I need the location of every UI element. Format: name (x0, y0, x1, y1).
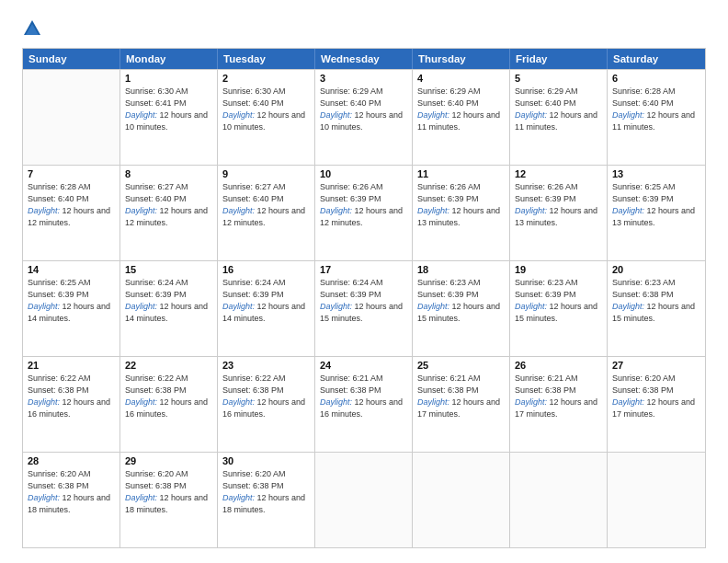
daylight-label: Daylight: (515, 206, 547, 215)
sunset-text: Sunset: 6:38 PM (28, 385, 89, 395)
calendar-cell: 3Sunrise: 6:29 AMSunset: 6:40 PMDaylight… (315, 70, 413, 165)
sunrise-text: Sunrise: 6:27 AM (222, 182, 286, 191)
day-number: 24 (320, 360, 407, 371)
sunrise-text: Sunrise: 6:20 AM (222, 469, 286, 478)
sunset-text: Sunset: 6:38 PM (515, 385, 576, 395)
day-number: 29 (125, 455, 212, 466)
daylight-label: Daylight: (222, 110, 255, 120)
day-info: Sunrise: 6:24 AMSunset: 6:39 PMDaylight:… (320, 277, 407, 325)
sunrise-text: Sunrise: 6:26 AM (417, 182, 481, 191)
day-info: Sunrise: 6:20 AMSunset: 6:38 PMDaylight:… (125, 468, 212, 516)
daylight-label: Daylight: (515, 110, 547, 120)
sunset-text: Sunset: 6:39 PM (222, 290, 284, 299)
daylight-label: Daylight: (320, 302, 352, 311)
sunset-text: Sunset: 6:40 PM (125, 194, 187, 203)
calendar-week: 21Sunrise: 6:22 AMSunset: 6:38 PMDayligh… (23, 356, 705, 452)
sunset-text: Sunset: 6:38 PM (612, 385, 674, 395)
calendar-cell: 25Sunrise: 6:21 AMSunset: 6:38 PMDayligh… (413, 357, 510, 452)
day-number: 20 (612, 264, 700, 275)
daylight-label: Daylight: (515, 302, 547, 311)
day-number: 21 (28, 360, 115, 371)
day-number: 23 (222, 360, 310, 371)
calendar-cell: 6Sunrise: 6:28 AMSunset: 6:40 PMDaylight… (608, 70, 705, 165)
sunrise-text: Sunrise: 6:23 AM (515, 278, 578, 287)
sunrise-text: Sunrise: 6:29 AM (320, 86, 383, 96)
calendar-cell: 18Sunrise: 6:23 AMSunset: 6:39 PMDayligh… (413, 261, 510, 356)
day-info: Sunrise: 6:30 AMSunset: 6:40 PMDaylight:… (222, 86, 310, 133)
calendar-cell-empty (510, 453, 608, 547)
daylight-label: Daylight: (320, 110, 352, 120)
calendar-cell: 5Sunrise: 6:29 AMSunset: 6:40 PMDaylight… (510, 70, 608, 165)
calendar-cell: 24Sunrise: 6:21 AMSunset: 6:38 PMDayligh… (315, 357, 413, 452)
daylight-label: Daylight: (28, 302, 60, 311)
sunset-text: Sunset: 6:38 PM (320, 385, 381, 395)
day-info: Sunrise: 6:30 AMSunset: 6:41 PMDaylight:… (125, 86, 212, 133)
day-number: 14 (28, 264, 115, 275)
day-info: Sunrise: 6:21 AMSunset: 6:38 PMDaylight:… (417, 373, 505, 420)
sunrise-text: Sunrise: 6:26 AM (515, 182, 578, 191)
day-number: 27 (612, 360, 700, 371)
sunset-text: Sunset: 6:38 PM (125, 385, 187, 395)
day-info: Sunrise: 6:22 AMSunset: 6:38 PMDaylight:… (222, 373, 310, 420)
sunrise-text: Sunrise: 6:24 AM (320, 278, 383, 287)
sunset-text: Sunset: 6:40 PM (28, 194, 89, 203)
calendar-header: SundayMondayTuesdayWednesdayThursdayFrid… (23, 49, 705, 69)
daylight-label: Daylight: (612, 206, 644, 215)
daylight-label: Daylight: (515, 397, 547, 407)
calendar-cell-empty (23, 70, 120, 165)
header (22, 18, 706, 39)
day-number: 10 (320, 168, 407, 179)
sunrise-text: Sunrise: 6:20 AM (28, 469, 91, 478)
sunset-text: Sunset: 6:40 PM (320, 98, 381, 108)
daylight-label: Daylight: (222, 493, 255, 502)
day-info: Sunrise: 6:27 AMSunset: 6:40 PMDaylight:… (222, 181, 310, 229)
daylight-label: Daylight: (612, 110, 644, 120)
calendar-cell: 22Sunrise: 6:22 AMSunset: 6:38 PMDayligh… (120, 357, 218, 452)
logo (22, 18, 46, 39)
sunset-text: Sunset: 6:38 PM (222, 481, 284, 490)
day-number: 3 (320, 73, 407, 84)
day-info: Sunrise: 6:25 AMSunset: 6:39 PMDaylight:… (28, 277, 115, 325)
daylight-label: Daylight: (222, 397, 255, 407)
sunrise-text: Sunrise: 6:30 AM (222, 86, 286, 96)
daylight-label: Daylight: (320, 206, 352, 215)
calendar-cell: 12Sunrise: 6:26 AMSunset: 6:39 PMDayligh… (510, 166, 608, 260)
calendar-header-cell: Wednesday (315, 49, 413, 69)
day-number: 25 (417, 360, 505, 371)
logo-icon (22, 18, 42, 39)
calendar-cell: 29Sunrise: 6:20 AMSunset: 6:38 PMDayligh… (120, 453, 218, 547)
calendar-header-cell: Saturday (608, 49, 705, 69)
sunrise-text: Sunrise: 6:26 AM (320, 182, 383, 191)
day-number: 6 (612, 73, 700, 84)
day-info: Sunrise: 6:20 AMSunset: 6:38 PMDaylight:… (612, 373, 700, 420)
day-number: 13 (612, 168, 700, 179)
daylight-label: Daylight: (28, 206, 60, 215)
day-info: Sunrise: 6:28 AMSunset: 6:40 PMDaylight:… (28, 181, 115, 229)
sunset-text: Sunset: 6:39 PM (515, 194, 576, 203)
calendar-cell: 27Sunrise: 6:20 AMSunset: 6:38 PMDayligh… (608, 357, 705, 452)
sunrise-text: Sunrise: 6:29 AM (417, 86, 481, 96)
sunrise-text: Sunrise: 6:25 AM (612, 182, 676, 191)
day-info: Sunrise: 6:29 AMSunset: 6:40 PMDaylight:… (320, 86, 407, 133)
sunrise-text: Sunrise: 6:28 AM (28, 182, 91, 191)
sunset-text: Sunset: 6:38 PM (612, 290, 674, 299)
calendar-cell: 14Sunrise: 6:25 AMSunset: 6:39 PMDayligh… (23, 261, 120, 356)
day-number: 7 (28, 168, 115, 179)
sunrise-text: Sunrise: 6:28 AM (612, 86, 676, 96)
calendar-cell: 10Sunrise: 6:26 AMSunset: 6:39 PMDayligh… (315, 166, 413, 260)
daylight-label: Daylight: (417, 206, 449, 215)
sunrise-text: Sunrise: 6:20 AM (125, 469, 188, 478)
daylight-label: Daylight: (320, 397, 352, 407)
sunset-text: Sunset: 6:39 PM (125, 290, 187, 299)
calendar-cell: 26Sunrise: 6:21 AMSunset: 6:38 PMDayligh… (510, 357, 608, 452)
calendar-header-cell: Thursday (413, 49, 510, 69)
day-number: 16 (222, 264, 310, 275)
day-number: 22 (125, 360, 212, 371)
sunrise-text: Sunrise: 6:24 AM (125, 278, 188, 287)
day-info: Sunrise: 6:26 AMSunset: 6:39 PMDaylight:… (320, 181, 407, 229)
calendar-cell: 13Sunrise: 6:25 AMSunset: 6:39 PMDayligh… (608, 166, 705, 260)
calendar-cell: 9Sunrise: 6:27 AMSunset: 6:40 PMDaylight… (218, 166, 315, 260)
calendar-header-cell: Friday (510, 49, 608, 69)
daylight-label: Daylight: (125, 493, 157, 502)
day-info: Sunrise: 6:24 AMSunset: 6:39 PMDaylight:… (125, 277, 212, 325)
